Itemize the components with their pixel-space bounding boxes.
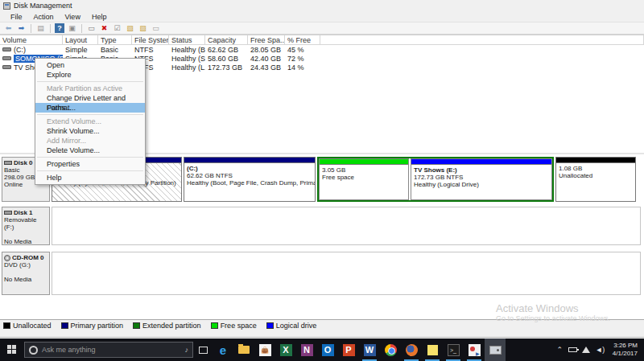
volume-icon: [2, 65, 11, 69]
col-status[interactable]: Status: [169, 35, 205, 45]
start-button[interactable]: [0, 338, 24, 361]
window-icon[interactable]: [67, 23, 77, 33]
menu-item-delete-volume[interactable]: Delete Volume...: [35, 146, 145, 155]
taskbar-quick-assist[interactable]: [464, 338, 485, 361]
folder-edit-icon[interactable]: [138, 23, 148, 33]
disk-icon: [4, 161, 12, 165]
menu-file[interactable]: File: [5, 13, 28, 21]
partition-label: (C:): [187, 165, 312, 172]
free-space-region[interactable]: 3.05 GB Free space: [319, 158, 409, 200]
taskbar-cmd[interactable]: [443, 338, 464, 361]
forward-icon[interactable]: [16, 23, 27, 33]
cmd-icon: [448, 344, 460, 356]
menu-item-help[interactable]: Help: [35, 173, 145, 183]
menu-separator: [37, 157, 143, 158]
tray-chevron-icon[interactable]: ⌃: [554, 346, 566, 354]
legend-free-space: Free space: [211, 322, 257, 330]
search-input[interactable]: Ask me anything ♪: [24, 342, 193, 358]
quick-assist-icon: [469, 344, 481, 356]
disk1-type: Removable (F:): [4, 216, 47, 231]
volume-name: (C:): [14, 46, 26, 54]
menu-item-change-drive-letter[interactable]: Change Drive Letter and Paths...: [35, 93, 145, 103]
cell-layout: Simple: [63, 46, 98, 54]
col-layout[interactable]: Layout: [63, 35, 98, 45]
taskbar-onenote[interactable]: [296, 338, 317, 361]
cell-type: Basic: [98, 46, 132, 54]
partition-size: 62.62 GB NTFS: [187, 172, 312, 179]
table-row[interactable]: (C:) Simple Basic NTFS Healthy (B... 62.…: [0, 45, 644, 54]
cell-status: Healthy (S...: [169, 55, 205, 63]
cell-free: 28.05 GB: [248, 46, 285, 54]
firefox-icon: [406, 344, 418, 356]
taskbar-disk-management-active[interactable]: [485, 338, 506, 361]
logical-drive-strip: [411, 159, 551, 165]
col-type[interactable]: Type: [98, 35, 132, 45]
taskbar-sticky-notes[interactable]: [422, 338, 443, 361]
cell-fs: NTFS: [132, 46, 169, 54]
wifi-icon[interactable]: [582, 347, 590, 353]
disk1-status: No Media: [4, 238, 47, 245]
menu-item-extend-volume: Extend Volume...: [35, 117, 145, 126]
partition-e[interactable]: TV Shows (E:) 172.73 GB NTFS Healthy (Lo…: [411, 158, 552, 200]
partition-size: Free space: [322, 174, 406, 181]
col-pct-free[interactable]: % Free: [285, 35, 320, 45]
menu-separator: [37, 81, 143, 82]
folder-up-icon[interactable]: [125, 23, 135, 33]
back-icon[interactable]: [3, 23, 14, 33]
col-volume[interactable]: Volume: [0, 35, 63, 45]
menu-view[interactable]: View: [60, 13, 86, 21]
sticky-notes-icon: [427, 345, 438, 355]
listbox-icon[interactable]: [151, 23, 161, 33]
taskbar-file-explorer[interactable]: [233, 338, 254, 361]
cell-pct-free: 45 %: [285, 46, 320, 54]
console-tree-icon[interactable]: [35, 23, 46, 33]
speaker-icon[interactable]: ◄): [594, 346, 606, 354]
partition-label: 3.05 GB: [322, 166, 406, 174]
search-placeholder: Ask me anything: [42, 346, 181, 354]
system-tray: ⌃ ◄) 3:26 PM 4/1/2017: [554, 338, 644, 361]
taskbar-powerpoint[interactable]: [338, 338, 359, 361]
doc-check-icon[interactable]: [112, 23, 122, 33]
legend-label: Primary partition: [71, 322, 124, 330]
taskbar-word[interactable]: [359, 338, 380, 361]
cell-capacity: 62.62 GB: [205, 46, 248, 54]
cell-status: Healthy (L...: [169, 64, 205, 72]
battery-icon[interactable]: [568, 347, 577, 352]
taskbar-edge[interactable]: [213, 338, 233, 361]
legend-swatch: [3, 322, 10, 329]
delete-x-icon[interactable]: [99, 23, 109, 33]
task-view-button[interactable]: [193, 338, 213, 361]
taskbar-excel[interactable]: [275, 338, 296, 361]
cdrom-info-panel[interactable]: CD-ROM 0 DVD (G:) No Media: [2, 252, 50, 295]
col-free-space[interactable]: Free Spa...: [248, 35, 285, 45]
taskbar-firefox[interactable]: [401, 338, 422, 361]
disk0-name: Disk 0: [14, 159, 33, 166]
taskbar-store[interactable]: [254, 338, 275, 361]
menu-item-properties[interactable]: Properties: [35, 159, 145, 169]
word-icon: [364, 344, 376, 356]
menu-item-shrink-volume[interactable]: Shrink Volume...: [35, 126, 145, 136]
store-icon: [259, 344, 271, 356]
microphone-icon[interactable]: ♪: [185, 346, 189, 354]
popup-icon[interactable]: [86, 23, 97, 33]
menu-action[interactable]: Action: [28, 13, 60, 21]
menu-help[interactable]: Help: [86, 13, 113, 21]
col-capacity[interactable]: Capacity: [205, 35, 248, 45]
cell-pct-free: 14 %: [285, 64, 320, 72]
menu-item-format[interactable]: Format...: [35, 103, 145, 113]
unallocated-region[interactable]: 1.08 GB Unallocated: [555, 157, 636, 202]
menu-item-explore[interactable]: Explore: [35, 70, 145, 80]
cell-free: 42.40 GB: [248, 55, 285, 63]
col-file-system[interactable]: File System: [132, 35, 169, 45]
disk1-empty-region: [52, 207, 641, 245]
partition-c[interactable]: (C:) 62.62 GB NTFS Healthy (Boot, Page F…: [184, 157, 316, 202]
menu-item-open[interactable]: Open: [35, 60, 145, 70]
legend-swatch: [211, 322, 218, 329]
help-icon[interactable]: [55, 23, 64, 33]
taskbar-outlook[interactable]: [317, 338, 338, 361]
menu-item-add-mirror: Add Mirror...: [35, 136, 145, 146]
volume-list-header: Volume Layout Type File System Status Ca…: [0, 35, 644, 45]
clock[interactable]: 3:26 PM 4/1/2017: [608, 342, 644, 358]
taskbar-chrome[interactable]: [380, 338, 401, 361]
disk1-info-panel[interactable]: Disk 1 Removable (F:) No Media: [2, 207, 50, 245]
